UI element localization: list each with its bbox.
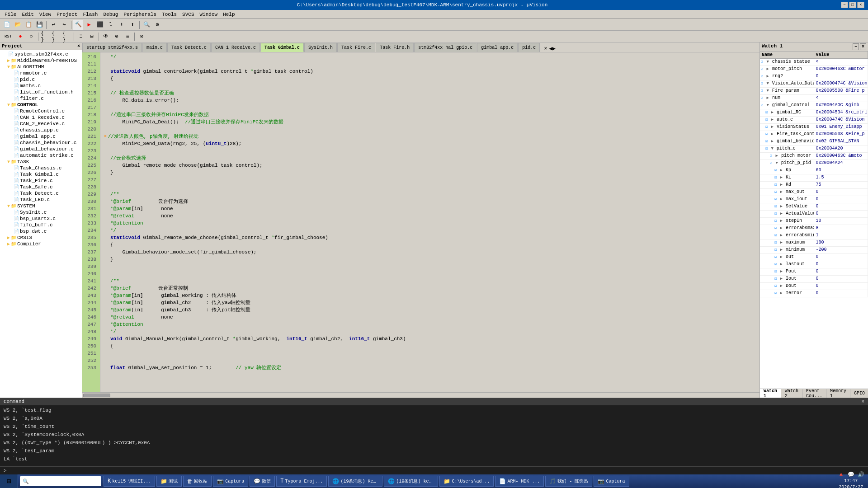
taskbar-item-微信[interactable]: 💬微信	[250, 476, 275, 487]
watch-cell-value[interactable]: 0x01 Enemy_Disapp	[814, 124, 868, 131]
watch-expand-icon[interactable]: ▶	[771, 132, 773, 136]
watch-check[interactable]: ☑	[774, 291, 777, 296]
watch-row[interactable]: ☑ ▶ VisionStatus 0x01 Enemy_Disapp	[760, 124, 868, 131]
watch-check[interactable]: ☑	[765, 139, 768, 144]
tree-item-Middlewares/FreeRTOS[interactable]: ▶📁Middlewares/FreeRTOS	[1, 57, 81, 64]
watch-cell-value[interactable]: 0x20005508 &Fire_p	[814, 88, 868, 94]
tree-item-list_of_function-h[interactable]: 📄list_of_function.h	[1, 89, 81, 95]
watch-expand-icon[interactable]: ▼	[766, 89, 769, 93]
watch-tab-Event-Cou...[interactable]: Event Cou...	[802, 389, 826, 398]
watch-check[interactable]: ☑	[761, 89, 763, 93]
watch-cell-value[interactable]: <	[814, 95, 868, 102]
tb-zoom[interactable]: 🔍	[142, 20, 151, 30]
watch-check[interactable]: ☑	[774, 183, 777, 187]
watch-cell-value[interactable]: 0x2000474C &Vision	[814, 117, 868, 123]
menu-flash[interactable]: Flash	[80, 11, 100, 18]
watch-cell-value[interactable]: 60	[814, 167, 868, 174]
tree-item-bsp_usart2-c[interactable]: 📄bsp_usart2.c	[1, 216, 81, 222]
watch-check[interactable]: ☑	[774, 248, 777, 252]
watch-row[interactable]: ☑ ▶ num <	[760, 95, 868, 102]
tree-item-maths-c[interactable]: 📄maths.c	[1, 83, 81, 89]
watch-expand-icon[interactable]: ▶	[780, 197, 782, 202]
watch-cell-value[interactable]: 0x20000474C &Vision	[814, 80, 868, 87]
tb2-more[interactable]: ⚒	[137, 32, 146, 42]
watch-expand-icon[interactable]: ▶	[771, 117, 773, 122]
watch-cell-value[interactable]: 0	[814, 276, 868, 282]
watch-tab-Watch-1[interactable]: Watch 1	[760, 389, 781, 398]
watch-cell-value[interactable]: 0x02 GIMBAL_STAN	[814, 138, 868, 145]
watch-cell-value[interactable]: 0	[814, 211, 868, 217]
code-scroll-container[interactable]: 2102112122132142152162172182192202212222…	[82, 52, 760, 392]
watch-check[interactable]: ☑	[765, 117, 768, 122]
watch-cell-value[interactable]: 0x20000463C &motor	[814, 66, 868, 73]
watch-check[interactable]: ☑	[774, 219, 777, 223]
tb2-bp1[interactable]: { }	[40, 32, 50, 42]
taskbar-item-ARM--MDK-...[interactable]: 📄ARM- MDK ...	[495, 476, 544, 487]
watch-row[interactable]: ☑ ▼ chassis_statue <	[760, 59, 868, 66]
tb2-run[interactable]: ●	[15, 32, 25, 42]
search-bar[interactable]: 🔍	[20, 476, 101, 486]
tb2-watch[interactable]: 👁	[101, 32, 111, 42]
command-close-icon[interactable]: ×	[861, 399, 864, 404]
watch-check[interactable]: ☑	[770, 154, 772, 158]
watch-cell-value[interactable]: 0x20005508 &Fire_p	[814, 131, 868, 138]
taskbar-item-(19条消息)-Ke...[interactable]: 🌐(19条消息) Ke...	[328, 476, 382, 487]
watch-cell-value[interactable]: 0	[814, 283, 868, 290]
menu-help[interactable]: Help	[220, 11, 237, 18]
tb-save[interactable]: 💾	[34, 20, 44, 30]
menu-window[interactable]: Window	[197, 11, 221, 18]
tree-item-Task_Fire-c[interactable]: 📄Task_Fire.c	[1, 178, 81, 184]
tb-step-over[interactable]: ⤵	[106, 20, 116, 30]
menu-peripherals[interactable]: Peripherals	[121, 11, 159, 18]
watch-row[interactable]: ☑ ▶ SetValue 0	[760, 203, 868, 211]
tree-item-CONTROL[interactable]: ▼📁CONTROL	[1, 102, 81, 108]
watch-row[interactable]: ☑ ▼ Vision_Auto_Data 0x20000474C &Vision	[760, 80, 868, 88]
watch-check[interactable]: ☑	[765, 132, 768, 136]
watch-check[interactable]: ☑	[774, 284, 777, 288]
watch-check[interactable]: ☑	[761, 96, 763, 100]
tree-item-RemoteControl-c[interactable]: 📄RemoteControl.c	[1, 108, 81, 114]
tb-debug-start[interactable]: ▶	[84, 20, 94, 30]
watch-row[interactable]: ☑ ▶ max_out 0	[760, 189, 868, 196]
watch-row[interactable]: ☑ ▶ rng2 0	[760, 73, 868, 80]
menu-project[interactable]: Project	[54, 11, 80, 18]
watch-cell-value[interactable]: 0x20004A20	[814, 145, 868, 152]
tree-item-TASK[interactable]: ▼📁TASK	[1, 159, 81, 165]
tab-SysInit-h[interactable]: SysInit.h	[304, 43, 337, 52]
watch-check[interactable]: ☑	[765, 110, 768, 115]
watch-expand-icon[interactable]: ▼	[771, 146, 773, 151]
watch-row[interactable]: ☑ ▶ Fire_task_control 0x20005508 &Fire_p	[760, 131, 868, 138]
watch-cell-value[interactable]: 0	[814, 290, 868, 297]
watch-check[interactable]: ☑	[761, 60, 763, 64]
tb2-rst[interactable]: RST	[2, 32, 14, 42]
watch-cell-value[interactable]: 0	[814, 261, 868, 268]
close-btn[interactable]: ×	[857, 2, 864, 8]
watch-expand-icon[interactable]: ▶	[771, 139, 773, 144]
tb-open[interactable]: 📂	[13, 20, 23, 30]
tab-nav-right[interactable]: ▶	[552, 45, 556, 52]
menu-file[interactable]: File	[2, 11, 19, 18]
tb2-bp2[interactable]: { }	[51, 32, 61, 42]
watch-cell-value[interactable]: 0x20004534 &rc_ctrl	[814, 109, 868, 116]
watch-check[interactable]: ☑	[761, 103, 763, 108]
tree-item-CAN_1_Receive-c[interactable]: 📄CAN_1_Receive.c	[1, 114, 81, 121]
tree-item-system_stm32f4xx-c[interactable]: 📄system_stm32f4xx.c	[1, 51, 81, 57]
watch-expand-icon[interactable]: ▶	[771, 125, 773, 129]
taskbar-item-Typora-Emoj...[interactable]: TTypora Emoj...	[276, 476, 327, 487]
tab-pid-c[interactable]: pid.c	[518, 43, 540, 52]
tab-gimbal_app-c[interactable]: gimbal_app.c	[477, 43, 518, 52]
tb-debug-stop[interactable]: ⬛	[95, 20, 105, 30]
menu-svcs[interactable]: SVCS	[179, 11, 197, 18]
watch-cell-value[interactable]: 180	[814, 239, 868, 246]
watch-expand-icon[interactable]: ▶	[780, 190, 782, 194]
tree-item-SYSTEM[interactable]: ▼📁SYSTEM	[1, 203, 81, 209]
watch-check[interactable]: ☑	[774, 211, 777, 216]
watch-cell-value[interactable]: 1.5	[814, 174, 868, 181]
tb2-stop[interactable]: ○	[26, 32, 36, 42]
watch-row[interactable]: ☑ ▼ Fire_param 0x20005508 &Fire_p	[760, 88, 868, 95]
tree-item-Task_LED-c[interactable]: 📄Task_LED.c	[1, 197, 81, 203]
tree-item-CMSIS[interactable]: ▶📁CMSIS	[1, 235, 81, 241]
menu-debug[interactable]: Debug	[100, 11, 121, 18]
watch-row[interactable]: ☑ ▶ gimbal_behaviour 0x02 GIMBAL_STAN	[760, 138, 868, 145]
taskbar-item-测试[interactable]: 📁测试	[156, 476, 182, 487]
